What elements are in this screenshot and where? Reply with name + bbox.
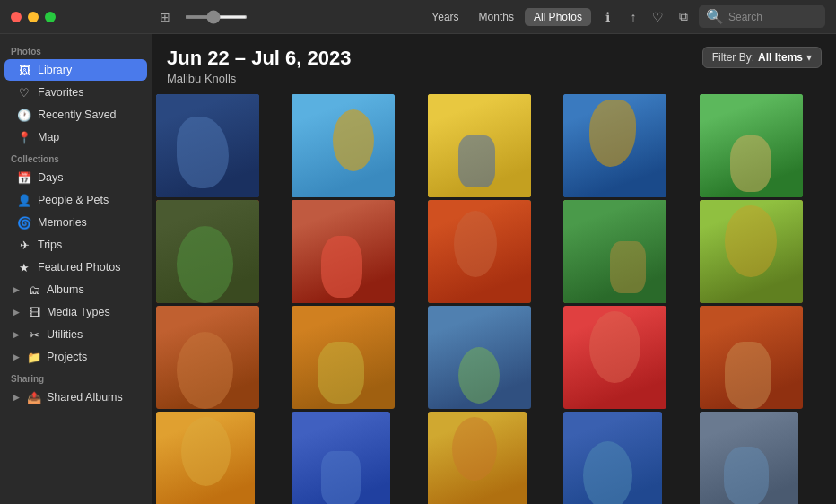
sidebar-item-media-types[interactable]: ▶ 🎞 Media Types — [4, 301, 147, 323]
sidebar-item-projects[interactable]: ▶ 📁 Projects — [4, 346, 147, 368]
filter-value: All Items — [758, 51, 803, 64]
featured-photos-icon: ★ — [17, 260, 31, 274]
photo-cell[interactable] — [428, 94, 531, 197]
filter-chevron-icon: ▾ — [806, 51, 812, 64]
tab-months[interactable]: Months — [470, 8, 523, 26]
photo-cell[interactable] — [563, 94, 666, 197]
sidebar-label-map: Map — [38, 131, 59, 143]
minimize-button[interactable] — [28, 12, 39, 22]
search-input[interactable] — [728, 11, 818, 23]
sidebar-item-days[interactable]: 📅 Days — [4, 167, 147, 188]
sidebar-item-recently-saved[interactable]: 🕐 Recently Saved — [4, 104, 147, 126]
sidebar-item-map[interactable]: 📍 Map — [4, 126, 147, 148]
sidebar-label-utilities: Utilities — [47, 328, 83, 341]
collections-section-header: Collections — [0, 149, 152, 166]
share-icon[interactable]: ↑ — [623, 7, 643, 27]
memories-icon: 🌀 — [17, 215, 31, 230]
search-box[interactable]: 🔍 — [699, 5, 825, 28]
photos-section-header: Photos — [0, 41, 152, 58]
recently-saved-icon: 🕐 — [17, 108, 31, 122]
photo-cell[interactable] — [563, 412, 662, 504]
sidebar-label-trips: Trips — [38, 239, 62, 251]
photo-cell[interactable] — [156, 306, 259, 409]
photo-cell[interactable] — [700, 412, 798, 504]
sharing-section-header: Sharing — [0, 369, 152, 386]
sidebar-item-memories[interactable]: 🌀 Memories — [4, 212, 147, 233]
shared-albums-chevron: ▶ — [13, 393, 20, 402]
maximize-button[interactable] — [45, 12, 56, 22]
sidebar-label-featured-photos: Featured Photos — [38, 261, 120, 274]
people-pets-icon: 👤 — [17, 193, 31, 207]
close-button[interactable] — [11, 12, 22, 22]
location-subtitle: Malibu Knolls — [167, 72, 351, 85]
photo-cell[interactable] — [292, 412, 390, 504]
favorites-icon: ♡ — [17, 85, 31, 100]
heart-icon[interactable]: ♡ — [649, 7, 668, 27]
traffic-lights — [11, 12, 56, 22]
photo-cell[interactable] — [292, 306, 395, 409]
albums-chevron: ▶ — [13, 285, 20, 294]
sidebar: Photos 🖼 Library ♡ Favorites 🕐 Recently … — [0, 34, 152, 504]
map-icon: 📍 — [17, 130, 31, 144]
trips-icon: ✈ — [17, 238, 31, 252]
utilities-icon: ✂ — [27, 327, 41, 342]
photo-cell[interactable] — [292, 200, 395, 303]
photo-cell[interactable] — [292, 94, 395, 197]
header-info: Jun 22 – Jul 6, 2023 Malibu Knolls — [167, 47, 351, 85]
shared-albums-icon: 📤 — [27, 390, 41, 404]
photo-cell[interactable] — [428, 200, 531, 303]
sidebar-item-favorites[interactable]: ♡ Favorites — [4, 82, 147, 103]
photo-cell[interactable] — [428, 412, 527, 504]
photo-cell[interactable] — [700, 200, 803, 303]
sidebar-item-utilities[interactable]: ▶ ✂ Utilities — [4, 324, 147, 345]
grid-view-icon[interactable]: ⊞ — [152, 4, 178, 30]
sidebar-label-library: Library — [38, 64, 72, 76]
sidebar-item-library[interactable]: 🖼 Library — [4, 59, 147, 81]
photo-content: Jun 22 – Jul 6, 2023 Malibu Knolls Filte… — [152, 34, 836, 504]
titlebar: ⊞ Years Months All Photos ℹ ↑ ♡ ⧉ 🔍 — [0, 0, 836, 34]
photo-cell[interactable] — [563, 306, 666, 409]
filter-label: Filter By: — [712, 51, 754, 64]
date-range: Jun 22 – Jul 6, 2023 — [167, 47, 351, 70]
toolbar-center: ⊞ — [152, 4, 251, 30]
sidebar-label-memories: Memories — [38, 216, 87, 229]
projects-icon: 📁 — [27, 350, 41, 364]
sidebar-item-trips[interactable]: ✈ Trips — [4, 234, 147, 256]
photo-cell[interactable] — [156, 94, 259, 197]
info-icon[interactable]: ℹ — [598, 7, 618, 27]
sidebar-item-shared-albums[interactable]: ▶ 📤 Shared Albums — [4, 387, 147, 408]
sidebar-label-recently-saved: Recently Saved — [38, 109, 117, 121]
sidebar-label-people-pets: People & Pets — [38, 194, 109, 206]
sidebar-label-media-types: Media Types — [47, 306, 110, 318]
toolbar-actions: ℹ ↑ ♡ ⧉ 🔍 — [598, 5, 825, 28]
filter-button[interactable]: Filter By: All Items ▾ — [702, 47, 822, 68]
photo-grid — [152, 94, 836, 504]
sidebar-item-featured-photos[interactable]: ★ Featured Photos — [4, 256, 147, 278]
photo-cell[interactable] — [156, 200, 259, 303]
utilities-chevron: ▶ — [13, 330, 20, 339]
main-layout: Photos 🖼 Library ♡ Favorites 🕐 Recently … — [0, 34, 836, 504]
photo-cell[interactable] — [700, 306, 803, 409]
photo-cell[interactable] — [563, 200, 666, 303]
library-icon: 🖼 — [17, 63, 31, 77]
sidebar-label-days: Days — [38, 171, 63, 184]
search-icon: 🔍 — [706, 8, 724, 25]
copy-icon[interactable]: ⧉ — [674, 7, 693, 27]
media-types-chevron: ▶ — [13, 308, 20, 317]
sidebar-item-people-pets[interactable]: 👤 People & Pets — [4, 189, 147, 211]
photo-cell[interactable] — [156, 412, 255, 504]
tab-years[interactable]: Years — [422, 8, 467, 26]
sidebar-label-favorites: Favorites — [38, 86, 83, 99]
content-header: Jun 22 – Jul 6, 2023 Malibu Knolls Filte… — [152, 34, 836, 94]
sidebar-label-projects: Projects — [47, 351, 87, 363]
days-icon: 📅 — [17, 170, 31, 185]
tab-all-photos[interactable]: All Photos — [525, 8, 591, 26]
projects-chevron: ▶ — [13, 352, 20, 361]
photo-cell[interactable] — [700, 94, 803, 197]
sidebar-label-albums: Albums — [47, 283, 84, 296]
zoom-slider[interactable] — [185, 15, 248, 19]
nav-tabs: Years Months All Photos — [422, 8, 591, 26]
photo-cell[interactable] — [428, 306, 531, 409]
media-types-icon: 🎞 — [27, 305, 41, 319]
sidebar-item-albums[interactable]: ▶ 🗂 Albums — [4, 279, 147, 300]
